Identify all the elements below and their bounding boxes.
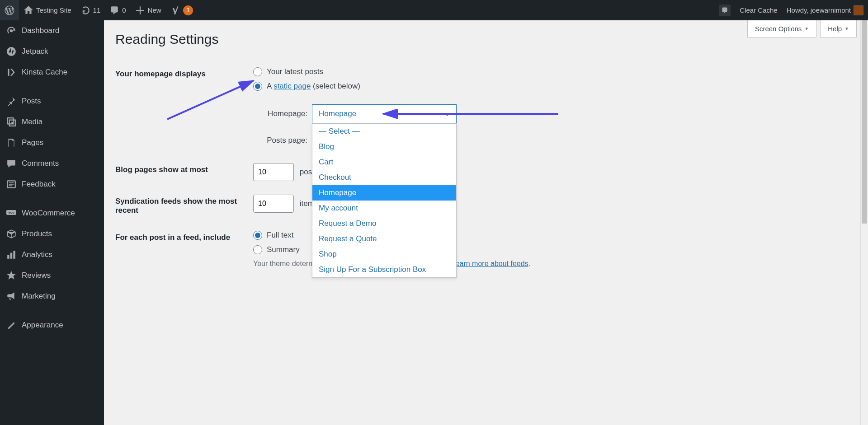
radio-summary[interactable] [253,245,262,254]
learn-more-feeds-link[interactable]: Learn more about feeds [452,260,528,267]
radio-static-page[interactable] [253,82,262,91]
dashboard-icon [6,26,16,36]
select-option[interactable]: — Select — [312,124,456,139]
plus-icon [135,5,145,15]
star-icon [6,271,16,280]
scrollbar-thumb[interactable] [862,20,867,224]
analytics-icon [6,250,16,260]
sidebar-item-kinsta[interactable]: Kinsta Cache [0,62,104,83]
new-label: New [148,6,161,14]
comment-icon [109,5,119,15]
chevron-down-icon: ▼ [804,26,809,31]
svg-rect-5 [7,255,9,259]
products-icon [6,229,16,239]
wordpress-icon [5,5,14,15]
static-page-link[interactable]: static page [274,82,311,90]
homepage-select[interactable]: Homepage ⌄ [312,104,457,123]
updates-link[interactable]: 11 [76,0,105,20]
page-title: Reading Settings [115,32,857,47]
sidebar-item-media[interactable]: Media [0,112,104,132]
select-option[interactable]: Checkout [312,170,456,185]
woo-icon: woo [6,208,16,218]
sidebar-item-feedback[interactable]: Feedback [0,174,104,195]
site-name: Testing Site [36,6,71,14]
pin-icon [6,96,16,106]
help-tab[interactable]: Help▼ [820,20,857,37]
select-option[interactable]: Sign Up For a Subscription Box [312,262,456,277]
sidebar-item-woocommerce[interactable]: wooWooCommerce [0,203,104,224]
appearance-icon [6,320,16,330]
select-option[interactable]: Shop [312,247,456,262]
home-icon [24,5,33,15]
syndication-input[interactable] [253,195,294,213]
row-label-homepage-displays: Your homepage displays [115,61,253,156]
sidebar-item-appearance[interactable]: Appearance [0,315,104,336]
radio-latest-posts-label: Your latest posts [267,67,323,76]
feedback-icon [6,179,16,189]
sidebar-item-reviews[interactable]: Reviews [0,265,104,286]
sidebar-item-marketing[interactable]: Marketing [0,286,104,307]
account-link[interactable]: Howdy, joewarnimont [782,0,868,20]
radio-latest-posts[interactable] [253,67,262,76]
select-option[interactable]: Cart [312,154,456,170]
yoast-icon [170,5,180,15]
sidebar-item-dashboard[interactable]: Dashboard [0,20,104,41]
yoast-link[interactable]: 3 [166,0,198,20]
wp-logo[interactable] [0,0,19,20]
homepage-select-dropdown: — Select — Blog Cart Checkout Homepage M… [312,123,457,278]
select-option[interactable]: My account [312,201,456,216]
site-name-link[interactable]: Testing Site [19,0,76,20]
comments-link[interactable]: 0 [105,0,130,20]
radio-full-text[interactable] [253,231,262,240]
select-option[interactable]: Request a Quote [312,231,456,247]
new-link[interactable]: New [131,0,166,20]
homepage-select-label: Homepage: [262,109,307,118]
sidebar-item-posts[interactable]: Posts [0,91,104,112]
scrollbar[interactable] [860,20,868,425]
svg-point-0 [7,47,16,56]
chevron-down-icon: ▼ [844,26,849,31]
chevron-down-icon: ⌄ [445,111,450,117]
svg-point-1 [11,122,13,124]
sidebar-item-analytics[interactable]: Analytics [0,244,104,265]
select-option[interactable]: Blog [312,139,456,154]
avatar [854,5,863,15]
howdy-text: Howdy, joewarnimont [787,6,851,14]
svg-rect-7 [13,251,15,259]
row-label-blog-pages: Blog pages show at most [115,156,253,188]
yoast-count: 3 [183,5,193,15]
sidebar-item-comments[interactable]: Comments [0,153,104,174]
svg-text:woo: woo [8,211,14,214]
kinsta-icon [6,67,16,77]
clear-cache-link[interactable]: Clear Cache [735,0,782,20]
select-option[interactable]: Request a Demo [312,216,456,231]
megaphone-icon [6,291,16,301]
homepage-select-value: Homepage [319,109,356,118]
notifications-button[interactable] [714,0,735,20]
pages-icon [6,138,16,148]
update-icon [80,5,90,15]
bell-icon [719,5,731,16]
sidebar-item-products[interactable]: Products [0,224,104,244]
screen-options-tab[interactable]: Screen Options▼ [747,20,816,37]
updates-count: 11 [93,6,101,14]
postspage-select-label: Posts page: [262,136,307,145]
row-label-syndication: Syndication feeds show the most recent [115,188,253,224]
comments-icon [6,159,16,168]
blog-pages-input[interactable] [253,163,294,181]
sidebar-item-jetpack[interactable]: Jetpack [0,41,104,62]
media-icon [6,117,16,127]
row-label-feed-include: For each post in a feed, include [115,224,253,275]
jetpack-icon [6,47,16,56]
comments-count: 0 [122,6,126,14]
svg-rect-6 [10,253,12,259]
select-option-selected[interactable]: Homepage [312,185,456,201]
sidebar-item-pages[interactable]: Pages [0,132,104,153]
